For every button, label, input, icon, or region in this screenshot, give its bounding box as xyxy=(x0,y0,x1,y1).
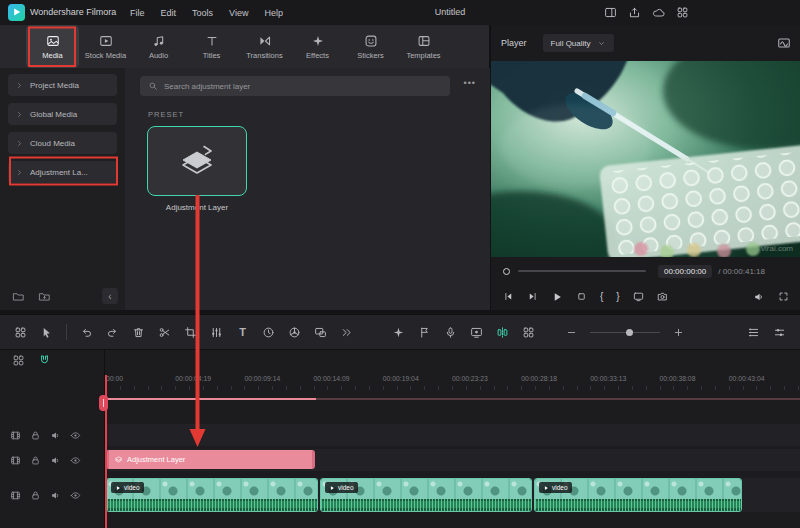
clip-badge: video xyxy=(325,482,358,493)
menu-item[interactable]: Help xyxy=(264,8,283,18)
video-clip[interactable]: video xyxy=(534,478,742,512)
audio-mixer-button[interactable] xyxy=(210,326,223,339)
timeline-zoom-slider[interactable] xyxy=(590,326,660,339)
total-duration: / 00:00:41:18 xyxy=(718,267,765,276)
library-more-button[interactable]: ••• xyxy=(464,78,476,88)
tab-audio[interactable]: Audio xyxy=(132,25,185,68)
clip-audio-waveform xyxy=(107,499,317,511)
current-timecode[interactable]: 00:00:00:00 xyxy=(658,265,712,278)
tab-stock-media[interactable]: Stock Media xyxy=(79,25,132,68)
snapshot-button[interactable] xyxy=(657,291,668,302)
play-button[interactable] xyxy=(551,291,563,303)
export-button[interactable] xyxy=(628,6,641,19)
lock-icon[interactable] xyxy=(30,430,41,441)
clip-label: Adjustment Layer xyxy=(127,455,185,464)
sidebar-item-global-media[interactable]: Global Media xyxy=(8,103,117,125)
select-tool-button[interactable] xyxy=(40,326,53,339)
adjustment-layer-preset-card[interactable] xyxy=(147,126,247,196)
volume-button[interactable] xyxy=(753,291,765,303)
mark-in-button[interactable]: { xyxy=(600,292,603,302)
preset-name-label: Adjustment Layer xyxy=(147,203,247,212)
media-folder-icon[interactable] xyxy=(12,290,25,303)
apps-grid-button[interactable] xyxy=(676,6,689,19)
video-clip[interactable]: video xyxy=(320,478,532,512)
text-tool-icon[interactable]: T xyxy=(236,326,249,338)
zoom-in-button[interactable] xyxy=(673,327,684,338)
menu-item[interactable]: Edit xyxy=(161,8,177,18)
ruler-timestamp: 00:00:19:04 xyxy=(383,375,452,390)
clip-badge: video xyxy=(539,482,572,493)
menu-item[interactable]: View xyxy=(229,8,248,18)
mute-icon[interactable] xyxy=(50,430,61,441)
sidebar-collapse-button[interactable]: ‹ xyxy=(102,288,118,304)
templates-icon xyxy=(417,34,431,48)
ruler-timestamp: 00:00:43:04 xyxy=(729,375,798,390)
screen-record-button[interactable] xyxy=(470,326,483,339)
video-preview: virai.com xyxy=(491,61,800,257)
tab-templates[interactable]: Templates xyxy=(397,25,450,68)
tab-media[interactable]: Media xyxy=(26,25,79,68)
media-bin-button[interactable] xyxy=(14,326,27,339)
color-correction-button[interactable] xyxy=(288,326,301,339)
stop-button[interactable] xyxy=(576,291,587,302)
next-frame-button[interactable] xyxy=(527,291,538,302)
visibility-icon[interactable] xyxy=(70,455,81,466)
voiceover-button[interactable] xyxy=(444,326,457,339)
import-folder-icon[interactable] xyxy=(38,290,51,303)
visibility-icon[interactable] xyxy=(70,490,81,501)
fullscreen-button[interactable] xyxy=(778,291,789,302)
tab-effects[interactable]: Effects xyxy=(291,25,344,68)
lock-icon[interactable] xyxy=(30,455,41,466)
player-panel-label: Player xyxy=(501,38,527,48)
grid-view-button[interactable] xyxy=(522,326,535,339)
lock-icon[interactable] xyxy=(30,490,41,501)
split-scissors-button[interactable] xyxy=(158,326,171,339)
timeline-settings-button[interactable] xyxy=(773,326,786,339)
adjustment-layer-clip[interactable]: Adjustment Layer xyxy=(106,450,315,469)
seek-handle[interactable] xyxy=(503,268,510,275)
layout-toggle-button[interactable] xyxy=(604,6,617,19)
video-clip[interactable]: video xyxy=(106,478,318,512)
zoom-out-button[interactable] xyxy=(566,327,577,338)
marker-button[interactable] xyxy=(418,326,431,339)
scopes-button[interactable] xyxy=(777,36,791,50)
visibility-icon[interactable] xyxy=(70,430,81,441)
preview-area: virai.com xyxy=(491,61,800,257)
menu-item[interactable]: Tools xyxy=(192,8,213,18)
menu-item[interactable]: File xyxy=(130,8,145,18)
quality-dropdown[interactable]: Full Quality xyxy=(543,34,614,52)
mute-icon[interactable] xyxy=(50,455,61,466)
crop-button[interactable] xyxy=(184,326,197,339)
tab-titles[interactable]: Titles xyxy=(185,25,238,68)
cloud-button[interactable] xyxy=(652,6,665,19)
zoom-slider-handle[interactable] xyxy=(626,329,633,336)
quick-split-button[interactable] xyxy=(496,326,509,339)
track-manager-button[interactable] xyxy=(747,326,760,339)
time-ruler[interactable]: 00:0000:00:04:1900:00:09:1400:00:14:0900… xyxy=(106,375,800,390)
timeline: 00:0000:00:04:1900:00:09:1400:00:14:0900… xyxy=(0,350,800,528)
sidebar-item-project-media[interactable]: Project Media xyxy=(8,74,117,96)
ai-tools-button[interactable] xyxy=(392,326,405,339)
seek-bar[interactable] xyxy=(518,270,646,272)
tab-transitions[interactable]: Transitions xyxy=(238,25,291,68)
tab-label: Transitions xyxy=(246,51,282,60)
playhead-grip[interactable] xyxy=(99,395,108,411)
sidebar-item-cloud-media[interactable]: Cloud Media xyxy=(8,132,117,154)
pip-mask-button[interactable] xyxy=(314,326,327,339)
clip-badge: video xyxy=(111,482,144,493)
snap-toggle-button[interactable] xyxy=(38,354,51,367)
speed-button[interactable] xyxy=(262,326,275,339)
delete-button[interactable] xyxy=(132,326,145,339)
tab-label: Stock Media xyxy=(85,51,126,60)
mute-icon[interactable] xyxy=(50,490,61,501)
display-mode-button[interactable] xyxy=(633,291,644,302)
undo-button[interactable] xyxy=(80,326,93,339)
previous-frame-button[interactable] xyxy=(503,291,514,302)
search-input[interactable]: Search adjustment layer xyxy=(140,76,450,96)
manage-tracks-button[interactable] xyxy=(12,354,25,367)
sidebar-item-adjustment-layer[interactable]: Adjustment La... xyxy=(8,161,117,183)
redo-button[interactable] xyxy=(106,326,119,339)
tab-stickers[interactable]: Stickers xyxy=(344,25,397,68)
more-tools-button[interactable] xyxy=(340,326,353,339)
mark-out-button[interactable]: } xyxy=(616,292,619,302)
